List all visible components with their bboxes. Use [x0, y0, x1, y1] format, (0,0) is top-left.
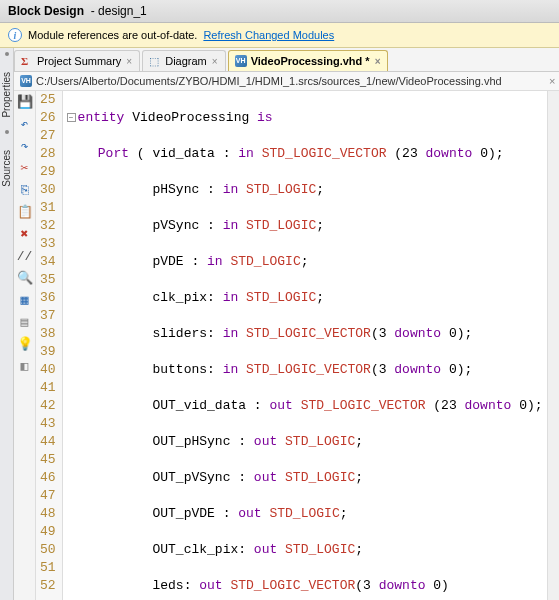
left-vertical-tabs: Properties Sources	[0, 48, 14, 600]
line-number: 36	[40, 289, 56, 307]
line-number: 47	[40, 487, 56, 505]
paste-icon[interactable]: 📋	[17, 205, 33, 221]
find-icon[interactable]: 🔍	[17, 271, 33, 287]
file-path-text: C:/Users/Alberto/Documents/ZYBO/HDMI_1/H…	[36, 75, 502, 87]
line-number: 51	[40, 559, 56, 577]
lightbulb-icon[interactable]: 💡	[17, 337, 33, 353]
properties-tab[interactable]: Properties	[0, 64, 13, 126]
header-title-bold: Block Design	[8, 4, 84, 18]
line-number: 44	[40, 433, 56, 451]
diagram-icon: ⬚	[149, 55, 161, 67]
code-line: −entity VideoProcessing is	[67, 109, 543, 127]
code-line: OUT_clk_pix: out STD_LOGIC;	[67, 541, 543, 559]
line-number: 30	[40, 181, 56, 199]
sources-tab[interactable]: Sources	[0, 142, 13, 195]
tab-diagram[interactable]: ⬚ Diagram ×	[142, 50, 225, 71]
close-icon[interactable]: ×	[211, 56, 219, 67]
vtab-handle[interactable]	[5, 52, 9, 56]
line-number: 49	[40, 523, 56, 541]
line-number: 31	[40, 199, 56, 217]
code-line: pVDE : in STD_LOGIC;	[67, 253, 543, 271]
vtab-handle[interactable]	[5, 130, 9, 134]
line-number: 52	[40, 577, 56, 595]
line-number: 42	[40, 397, 56, 415]
code-editor[interactable]: −entity VideoProcessing is Port ( vid_da…	[63, 91, 547, 600]
line-number: 41	[40, 379, 56, 397]
close-icon[interactable]: ×	[125, 56, 133, 67]
line-number: 27	[40, 127, 56, 145]
settings-icon[interactable]: ◧	[17, 359, 33, 375]
line-number: 38	[40, 325, 56, 343]
vhdl-file-icon: VH	[20, 75, 32, 87]
select-all-icon[interactable]: ▦	[17, 293, 33, 309]
refresh-modules-link[interactable]: Refresh Changed Modules	[203, 29, 334, 41]
line-number: 33	[40, 235, 56, 253]
comment-icon[interactable]: //	[17, 249, 33, 265]
tab-videoprocessing[interactable]: VH VideoProcessing.vhd * ×	[228, 50, 389, 71]
close-icon[interactable]: ×	[374, 56, 382, 67]
collapse-icon[interactable]: ▤	[17, 315, 33, 331]
tab-label: Project Summary	[37, 55, 121, 67]
line-number: 35	[40, 271, 56, 289]
delete-icon[interactable]: ✖	[17, 227, 33, 243]
line-number: 39	[40, 343, 56, 361]
code-line: Port ( vid_data : in STD_LOGIC_VECTOR (2…	[67, 145, 543, 163]
editor-area: Σ Project Summary × ⬚ Diagram × VH Video…	[14, 48, 559, 600]
block-design-header: Block Design - design_1	[0, 0, 559, 23]
vertical-scrollbar[interactable]	[547, 91, 559, 600]
code-line: OUT_pVSync : out STD_LOGIC;	[67, 469, 543, 487]
code-line: leds: out STD_LOGIC_VECTOR(3 downto 0)	[67, 577, 543, 595]
main-area: Properties Sources Σ Project Summary × ⬚…	[0, 48, 559, 600]
code-area: 💾 ↶ ↷ ✂ ⎘ 📋 ✖ // 🔍 ▦ ▤ 💡 ◧ 25 26 27 28 2…	[14, 91, 559, 600]
code-line: buttons: in STD_LOGIC_VECTOR(3 downto 0)…	[67, 361, 543, 379]
tab-label: Diagram	[165, 55, 207, 67]
vhdl-file-icon: VH	[235, 55, 247, 67]
info-icon: i	[8, 28, 22, 42]
code-line: OUT_pVDE : out STD_LOGIC;	[67, 505, 543, 523]
fold-collapse-icon[interactable]: −	[67, 113, 76, 122]
code-line: OUT_pHSync : out STD_LOGIC;	[67, 433, 543, 451]
line-number: 45	[40, 451, 56, 469]
editor-toolbar-left: 💾 ↶ ↷ ✂ ⎘ 📋 ✖ // 🔍 ▦ ▤ 💡 ◧	[14, 91, 36, 600]
code-line: sliders: in STD_LOGIC_VECTOR(3 downto 0)…	[67, 325, 543, 343]
info-bar: i Module references are out-of-date. Ref…	[0, 23, 559, 48]
line-number: 29	[40, 163, 56, 181]
line-number: 37	[40, 307, 56, 325]
undo-icon[interactable]: ↶	[17, 117, 33, 133]
copy-icon[interactable]: ⎘	[17, 183, 33, 199]
line-number: 34	[40, 253, 56, 271]
code-line: clk_pix: in STD_LOGIC;	[67, 289, 543, 307]
code-line: pHSync : in STD_LOGIC;	[67, 181, 543, 199]
line-number: 32	[40, 217, 56, 235]
code-line: pVSync : in STD_LOGIC;	[67, 217, 543, 235]
line-number: 50	[40, 541, 56, 559]
cut-icon[interactable]: ✂	[17, 161, 33, 177]
line-number: 28	[40, 145, 56, 163]
line-number-gutter: 25 26 27 28 29 30 31 32 33 34 35 36 37 3…	[36, 91, 63, 600]
save-icon[interactable]: 💾	[17, 95, 33, 111]
info-text: Module references are out-of-date.	[28, 29, 197, 41]
redo-icon[interactable]: ↷	[17, 139, 33, 155]
tab-project-summary[interactable]: Σ Project Summary ×	[14, 50, 140, 71]
line-number: 40	[40, 361, 56, 379]
line-number: 48	[40, 505, 56, 523]
close-icon[interactable]: ×	[549, 75, 555, 87]
header-title-name: design_1	[98, 4, 147, 18]
line-number: 43	[40, 415, 56, 433]
sigma-icon: Σ	[21, 55, 33, 67]
line-number: 46	[40, 469, 56, 487]
line-number: 26	[40, 109, 56, 127]
editor-tabs: Σ Project Summary × ⬚ Diagram × VH Video…	[14, 48, 559, 72]
code-line: OUT_vid_data : out STD_LOGIC_VECTOR (23 …	[67, 397, 543, 415]
tab-label: VideoProcessing.vhd *	[251, 55, 370, 67]
file-path-bar: VH C:/Users/Alberto/Documents/ZYBO/HDMI_…	[14, 72, 559, 91]
line-number: 25	[40, 91, 56, 109]
